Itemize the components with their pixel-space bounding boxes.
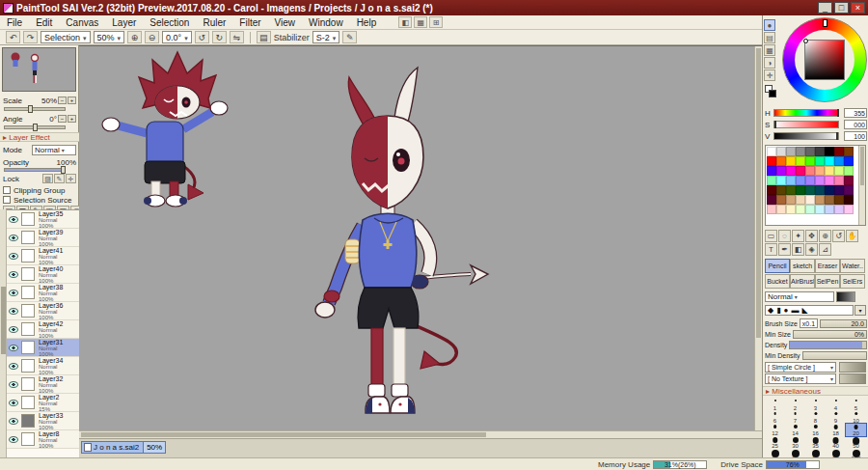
scale-plus-button[interactable]: + <box>68 97 76 104</box>
color-swatch[interactable] <box>834 166 844 176</box>
misc-header[interactable]: ▸ Miscellaneous <box>763 386 868 396</box>
color-swatch[interactable] <box>825 205 834 214</box>
layer-row[interactable]: Layer39Normal100% <box>7 229 79 247</box>
stabilizer-icon[interactable]: ▤ <box>257 31 271 43</box>
menu-canvas[interactable]: Canvas <box>59 17 105 28</box>
layer-visibility-icon[interactable] <box>9 345 18 351</box>
color-swatch[interactable] <box>767 195 776 205</box>
brush-size-preset[interactable]: 35 <box>805 436 826 449</box>
color-swatch[interactable] <box>786 205 796 214</box>
brush-texture-dropdown[interactable]: [ No Texture ] <box>765 373 836 384</box>
layer-visibility-icon[interactable] <box>9 418 18 425</box>
rotate-ccw-icon[interactable]: ↺ <box>195 31 209 43</box>
color-swatch[interactable] <box>796 195 805 205</box>
color-swatch[interactable] <box>815 156 825 166</box>
color-swatch[interactable] <box>834 195 844 205</box>
minimize-button[interactable]: _ <box>818 2 832 14</box>
color-swatch[interactable] <box>786 156 796 166</box>
tip-angle-icon[interactable]: ◣ <box>801 306 807 315</box>
color-swatch[interactable] <box>796 176 805 185</box>
brush-tip-dropdown[interactable]: ▾ <box>854 305 866 316</box>
color-swatch[interactable] <box>834 147 844 156</box>
color-swatch[interactable] <box>786 185 796 195</box>
color-swatch[interactable] <box>786 166 796 176</box>
color-swatch[interactable] <box>786 147 796 156</box>
tip-flat-icon[interactable]: ▮ <box>776 306 780 315</box>
rotate-view-icon[interactable]: ↺ <box>832 230 845 242</box>
color-wheel-tab[interactable]: ● <box>764 19 775 31</box>
color-swatch[interactable] <box>844 185 854 195</box>
color-swatch[interactable] <box>805 176 815 185</box>
color-swatch[interactable] <box>796 147 805 156</box>
brush-size-preset[interactable]: 1 <box>765 399 785 411</box>
brush-size-preset[interactable]: 50 <box>846 436 866 449</box>
color-swatch[interactable] <box>776 205 786 214</box>
selection-mode-dropdown[interactable]: Selection <box>41 31 91 43</box>
layer-row[interactable]: Layer8Normal100% <box>7 430 79 449</box>
brush-size-preset[interactable]: 8 <box>805 411 826 424</box>
tip-round-icon[interactable]: ● <box>784 306 789 315</box>
scratchpad-tab[interactable]: ✛ <box>764 69 775 81</box>
menu-file[interactable]: File <box>0 17 29 28</box>
menu-help[interactable]: Help <box>350 17 384 28</box>
brush-size-preset[interactable]: 18 <box>826 424 846 436</box>
tool-pencil[interactable]: Pencil <box>765 259 790 273</box>
min-density-slider[interactable] <box>802 351 867 360</box>
color-swatch[interactable] <box>834 156 844 166</box>
move-icon[interactable]: ✥ <box>805 230 818 242</box>
color-swatch[interactable] <box>776 147 786 156</box>
grid-toggle-icon[interactable]: ▦ <box>414 16 427 28</box>
color-swatch[interactable] <box>767 166 776 176</box>
rect-select-icon[interactable]: ▭ <box>765 230 777 242</box>
flip-horizontal-icon[interactable]: ⇋ <box>230 31 244 43</box>
layer-row[interactable]: Layer36Normal100% <box>7 302 79 320</box>
redo-icon[interactable]: ↷ <box>23 31 38 43</box>
eyedropper-icon[interactable]: ✒ <box>778 243 791 256</box>
color-swatch[interactable] <box>776 195 786 205</box>
lock-transparency-icon[interactable]: ▨ <box>42 174 53 183</box>
zoom-dropdown[interactable]: 50% <box>94 31 125 43</box>
color-swatch[interactable] <box>796 205 805 214</box>
fg-bg-colors[interactable] <box>765 85 777 98</box>
mixer-tab[interactable]: ◑ <box>764 57 775 69</box>
color-swatch[interactable] <box>805 156 815 166</box>
color-swatch[interactable] <box>805 185 815 195</box>
tool-selers[interactable]: SelErs <box>840 274 865 289</box>
layer-effect-header[interactable]: ▸ Layer Effect <box>0 132 79 142</box>
tool-bucket[interactable]: Bucket <box>765 274 790 289</box>
navigator-thumbnail[interactable] <box>2 47 76 92</box>
layer-visibility-icon[interactable] <box>9 381 18 388</box>
tip-diamond-icon[interactable]: ◆ <box>768 306 773 315</box>
layer-row[interactable]: Layer34Normal100% <box>7 357 79 375</box>
layer-row[interactable]: Layer38Normal100% <box>7 284 79 302</box>
brush-size-preset[interactable]: 30 <box>785 436 805 449</box>
lock-pixels-icon[interactable]: ✎ <box>54 174 65 183</box>
clipping-group-checkbox[interactable] <box>3 186 11 194</box>
brush-size-unit-dropdown[interactable]: x0.1 <box>800 318 818 328</box>
color-swatch[interactable] <box>834 205 844 214</box>
sv-square[interactable] <box>804 40 845 80</box>
color-swatch[interactable] <box>815 176 825 185</box>
layer-row[interactable]: Layer31Normal100% <box>7 339 79 357</box>
color-swatch[interactable] <box>767 176 776 185</box>
pan-hand-icon[interactable]: ✋ <box>846 230 858 242</box>
layer-visibility-icon[interactable] <box>9 400 18 406</box>
menu-ruler[interactable]: Ruler <box>196 17 232 28</box>
brush-blend-dropdown[interactable]: Normal <box>765 291 834 302</box>
brush-size-preset[interactable]: 40 <box>826 436 846 449</box>
color-swatch[interactable] <box>815 147 825 156</box>
scale-slider[interactable] <box>4 107 66 111</box>
color-swatch[interactable] <box>844 156 854 166</box>
brush-size-preset[interactable]: 25 <box>765 436 785 449</box>
brush-size-preset[interactable]: 9 <box>826 411 846 424</box>
stabilizer-dropdown[interactable]: S-2 <box>312 31 340 43</box>
value-slider[interactable] <box>773 132 839 140</box>
layer-visibility-icon[interactable] <box>9 290 18 296</box>
color-swatch[interactable] <box>776 156 786 166</box>
color-swatch[interactable] <box>815 166 825 176</box>
undo-icon[interactable]: ↶ <box>6 31 20 43</box>
layer-row[interactable]: Layer32Normal100% <box>7 375 79 394</box>
layer-list-scrollbar[interactable] <box>0 209 7 457</box>
pen-pressure-icon[interactable]: ✎ <box>342 31 357 43</box>
color-swatch[interactable] <box>796 185 805 195</box>
